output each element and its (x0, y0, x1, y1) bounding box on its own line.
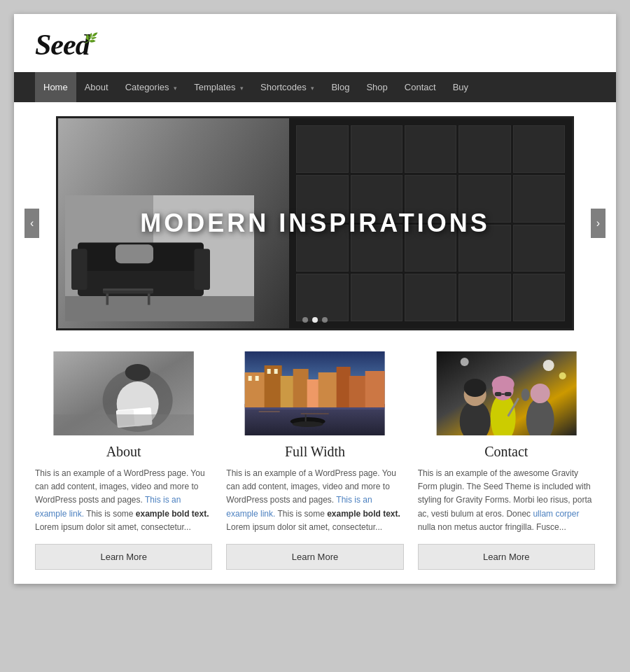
nav-item-shortcodes[interactable]: Shortcodes ▾ (252, 72, 323, 102)
svg-rect-46 (494, 392, 501, 396)
svg-point-45 (491, 376, 514, 393)
learn-more-full-width[interactable]: Learn More (226, 544, 403, 570)
shelf-cell (296, 274, 348, 321)
nav-item-contact[interactable]: Contact (396, 72, 444, 102)
slider-dot-active[interactable] (312, 317, 318, 323)
svg-rect-27 (307, 379, 320, 407)
shelf-cell (351, 274, 402, 321)
site-logo[interactable]: Seed🌿 (35, 28, 90, 62)
shelf-cell (513, 274, 565, 321)
nav-link-shortcodes[interactable]: Shortcodes ▾ (252, 72, 323, 102)
shelf-cell (513, 225, 565, 272)
shelf-cell (458, 125, 510, 173)
nav-link-blog[interactable]: Blog (323, 72, 358, 102)
nav-item-categories[interactable]: Categories ▾ (117, 72, 186, 102)
hero-text: MODERN INSPIRATIONS (140, 209, 489, 238)
dropdown-arrow: ▾ (311, 85, 314, 92)
svg-rect-26 (293, 369, 309, 407)
card-title-full-width: Full Width (226, 444, 403, 460)
card-text-about: This is an example of a WordPress page. … (35, 467, 212, 534)
nav-link-shop[interactable]: Shop (358, 72, 396, 102)
slider-dot[interactable] (322, 317, 328, 323)
cards-section: About This is an example of a WordPress … (14, 330, 616, 584)
dropdown-arrow: ▾ (174, 85, 177, 92)
shelf-cell (405, 125, 456, 173)
slider-prev-button[interactable]: ‹ (24, 209, 39, 238)
nav-item-shop[interactable]: Shop (358, 72, 396, 102)
nav-link-templates[interactable]: Templates ▾ (186, 72, 252, 102)
svg-rect-10 (148, 293, 150, 304)
svg-rect-38 (301, 413, 329, 414)
slider-dots (302, 317, 328, 323)
shelf-cell (513, 175, 565, 223)
hero-image: MODERN INSPIRATIONS (58, 118, 572, 328)
svg-rect-32 (248, 376, 252, 381)
card-about: About This is an example of a WordPress … (35, 351, 212, 570)
nav-item-templates[interactable]: Templates ▾ (186, 72, 252, 102)
svg-rect-11 (103, 288, 153, 290)
card-title-about: About (35, 444, 212, 460)
nav-item-buy[interactable]: Buy (444, 72, 477, 102)
slider-next-button[interactable]: › (591, 209, 606, 238)
nav-link-about[interactable]: About (76, 72, 117, 102)
svg-point-57 (460, 358, 468, 366)
svg-point-51 (463, 379, 486, 397)
svg-rect-9 (106, 293, 109, 304)
svg-rect-34 (267, 369, 271, 374)
svg-rect-36 (245, 407, 385, 410)
svg-rect-20 (54, 414, 194, 435)
venice-image-svg (226, 351, 403, 435)
svg-rect-6 (195, 249, 211, 290)
nav-list: Home About Categories ▾ Templates ▾ Shor… (35, 72, 595, 102)
svg-rect-5 (71, 249, 88, 290)
learn-more-about[interactable]: Learn More (35, 544, 212, 570)
svg-point-55 (521, 388, 529, 401)
nav-link-home[interactable]: Home (35, 72, 76, 102)
learn-more-contact[interactable]: Learn More (418, 544, 595, 570)
nav-item-about[interactable]: About (76, 72, 117, 102)
svg-rect-0 (65, 296, 254, 321)
leaf-icon: 🌿 (84, 32, 95, 44)
svg-rect-37 (259, 411, 280, 412)
card-full-width: Full Width This is an example of a WordP… (226, 351, 403, 570)
card-contact: Contact This is an example of the awesom… (418, 351, 595, 570)
svg-rect-48 (501, 393, 504, 395)
nav-link-contact[interactable]: Contact (396, 72, 444, 102)
card-link-contact[interactable]: ullam corper (533, 509, 579, 519)
contact-image-svg (418, 351, 595, 435)
card-text-contact: This is an example of the awesome Gravit… (418, 467, 595, 534)
card-text-full-width: This is an example of a WordPress page. … (226, 467, 403, 534)
card-image-venice (226, 351, 403, 435)
svg-rect-47 (504, 392, 511, 396)
dropdown-arrow: ▾ (240, 85, 244, 92)
site-header: Seed🌿 (14, 14, 616, 72)
hero-slider: MODERN INSPIRATIONS (56, 116, 574, 330)
slider-dot[interactable] (302, 317, 308, 323)
nav-link-buy[interactable]: Buy (444, 72, 477, 102)
svg-rect-30 (349, 376, 367, 407)
svg-point-58 (559, 372, 566, 379)
hero-slider-container: MODERN INSPIRATIONS ‹ › (35, 116, 595, 330)
svg-rect-29 (337, 367, 351, 407)
nav-link-categories[interactable]: Categories ▾ (117, 72, 186, 102)
shelf-cell (296, 125, 348, 173)
svg-rect-7 (115, 244, 153, 263)
card-title-contact: Contact (418, 444, 595, 460)
page-wrapper: Seed🌿 Home About Categories ▾ Templates … (14, 14, 616, 584)
svg-point-56 (542, 360, 554, 371)
svg-rect-28 (318, 372, 338, 407)
about-image-svg (35, 351, 212, 435)
nav-item-home[interactable]: Home (35, 72, 76, 102)
shelf-cell (351, 125, 402, 173)
svg-rect-33 (255, 376, 259, 381)
svg-rect-25 (281, 376, 295, 407)
svg-point-16 (125, 364, 150, 381)
card-image-contact (418, 351, 595, 435)
shelf-cell (405, 274, 456, 321)
svg-rect-24 (265, 365, 282, 407)
card-image-about (35, 351, 212, 435)
main-nav: Home About Categories ▾ Templates ▾ Shor… (14, 72, 616, 102)
svg-point-41 (293, 421, 323, 427)
nav-item-blog[interactable]: Blog (323, 72, 358, 102)
logo-text: Seed (35, 29, 90, 61)
